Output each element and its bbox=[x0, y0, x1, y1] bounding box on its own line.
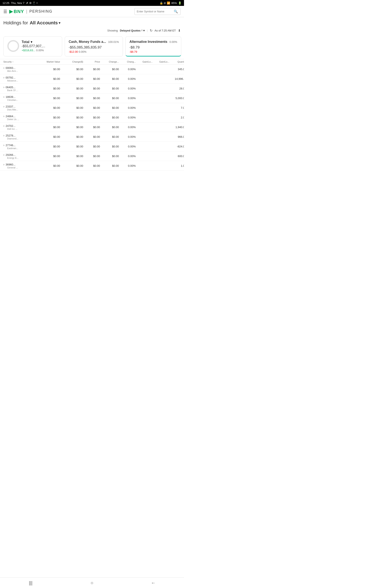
security-code-2: 06405... bbox=[6, 86, 16, 89]
row-expand-icon-8[interactable]: › bbox=[3, 144, 4, 147]
security-cell-1: › 00792... Advance... bbox=[3, 76, 37, 82]
delayed-quotes-text: Delayed Quotes bbox=[120, 29, 140, 32]
table-row[interactable]: › 24664... Delek Us ... $0.00 $0.00 $0.0… bbox=[0, 113, 184, 122]
change-dollar-3: $0.00 bbox=[60, 97, 83, 100]
security-name-7: Diamond... bbox=[3, 137, 37, 140]
security-cell-4: › 23337... Dws Alte... bbox=[3, 105, 37, 111]
change-pct2-0: 0.00% bbox=[119, 68, 136, 71]
th-security[interactable]: Security ↑ bbox=[3, 61, 37, 63]
superscript: † bbox=[141, 29, 143, 32]
change-pct1-8: $0.00 bbox=[100, 145, 119, 148]
row-expand-icon-9[interactable]: › bbox=[3, 153, 4, 156]
change-pct2-1: 0.00% bbox=[119, 77, 136, 81]
quantity-2: 28.00 bbox=[169, 87, 184, 90]
security-name-6: Dell Inc ... bbox=[3, 128, 37, 130]
table-row[interactable]: › 36960... General ... $0.00 $0.00 $0.00… bbox=[0, 161, 184, 171]
cash-card-title: Cash, Money Funds a... bbox=[69, 40, 106, 44]
table-row[interactable]: › 18639... Clevelan... $0.00 $0.00 $0.00… bbox=[0, 93, 184, 103]
table-row[interactable]: › 00792... Advance... $0.00 $0.00 $0.00 … bbox=[0, 74, 184, 84]
price-6: $0.00 bbox=[83, 126, 100, 129]
search-box[interactable]: 🔍 bbox=[134, 8, 181, 15]
change-dollar-8: $0.00 bbox=[60, 145, 83, 148]
row-expand-icon-2[interactable]: › bbox=[3, 85, 4, 89]
row-expand-icon-3[interactable]: › bbox=[3, 95, 4, 99]
quantity-9: 600.00 bbox=[169, 154, 184, 158]
th-price: Price bbox=[83, 61, 100, 63]
th-gain-loss2: Gain/Lo... bbox=[153, 61, 169, 63]
row-expand-icon-0[interactable]: › bbox=[3, 66, 4, 70]
market-value-8: $0.00 bbox=[37, 145, 60, 148]
security-cell-3: › 18639... Clevelan... bbox=[3, 95, 37, 101]
th-change-pct2: Chang... bbox=[119, 61, 136, 63]
change-pct1-7: $0.00 bbox=[100, 135, 119, 138]
logo-arrow: ▶ bbox=[9, 9, 13, 14]
total-card-title: Total bbox=[22, 40, 29, 44]
price-5: $0.00 bbox=[83, 116, 100, 119]
table-row[interactable]: › 27746... Eastman... $0.00 $0.00 $0.00 … bbox=[0, 142, 184, 151]
table-header: Security ↑ Market Value Change($) Price … bbox=[0, 59, 184, 64]
hamburger-menu[interactable]: ☰ bbox=[3, 9, 7, 14]
market-value-7: $0.00 bbox=[37, 135, 60, 138]
row-expand-icon-1[interactable]: › bbox=[3, 76, 4, 79]
table-row[interactable]: › 00093... Abn Amr... $0.00 $0.00 $0.00 … bbox=[0, 64, 184, 74]
table-body: › 00093... Abn Amr... $0.00 $0.00 $0.00 … bbox=[0, 64, 184, 171]
security-cell-2: › 06405... Bank Of ... bbox=[3, 85, 37, 91]
security-code-7: 25278... bbox=[6, 134, 16, 137]
market-value-1: $0.00 bbox=[37, 77, 60, 81]
security-cell-6: › 24702... Dell Inc ... bbox=[3, 124, 37, 130]
table-row[interactable]: › 29266... Energy E... $0.00 $0.00 $0.00… bbox=[0, 151, 184, 161]
refresh-icon[interactable]: ↻ bbox=[150, 28, 153, 33]
table-row[interactable]: › 06405... Bank Of ... $0.00 $0.00 $0.00… bbox=[0, 84, 184, 93]
change-pct2-9: 0.00% bbox=[119, 154, 136, 158]
change-pct2-10: 0.00% bbox=[119, 164, 136, 167]
change-dollar-7: $0.00 bbox=[60, 135, 83, 138]
cash-card-percent: 100.01% bbox=[108, 40, 119, 44]
alt-investments-card: Alternative Investments 0.00% -$8.79 -$8… bbox=[125, 36, 181, 56]
row-expand-icon-7[interactable]: › bbox=[3, 134, 4, 137]
row-expand-icon-4[interactable]: › bbox=[3, 105, 4, 108]
change-pct1-6: $0.00 bbox=[100, 126, 119, 129]
change-pct2-8: 0.00% bbox=[119, 145, 136, 148]
change-pct1-3: $0.00 bbox=[100, 97, 119, 100]
status-icons: ✗ ⚙ 📱 • bbox=[26, 1, 37, 5]
total-dropdown-icon[interactable]: ▾ bbox=[31, 40, 32, 44]
row-expand-icon-10[interactable]: › bbox=[3, 163, 4, 166]
status-date: Thu, Nov 7 bbox=[11, 1, 25, 5]
separator: | bbox=[147, 29, 147, 32]
table-row[interactable]: › 23337... Dws Alte... $0.00 $0.00 $0.00… bbox=[0, 103, 184, 113]
total-card: Total ▾ -$55,077,907,... +$316,63... 0.0… bbox=[3, 36, 62, 56]
change-pct1-4: $0.00 bbox=[100, 106, 119, 109]
cash-card-title-row: Cash, Money Funds a... 100.01% bbox=[69, 40, 119, 44]
delayed-quotes-selector[interactable]: Delayed Quotes † ▾ bbox=[120, 29, 145, 32]
market-value-10: $0.00 bbox=[37, 164, 60, 167]
change-pct2-5: 0.00% bbox=[119, 116, 136, 119]
download-icon[interactable]: ⬇ bbox=[178, 28, 181, 33]
logo: ▶ BNY | PERSHING bbox=[9, 9, 53, 14]
table-row[interactable]: › 24702... Dell Inc ... $0.00 $0.00 $0.0… bbox=[0, 122, 184, 132]
security-code-4: 23337... bbox=[6, 105, 16, 108]
row-expand-icon-6[interactable]: › bbox=[3, 124, 4, 127]
change-dollar-6: $0.00 bbox=[60, 126, 83, 129]
account-selector[interactable]: All Accounts ▾ bbox=[30, 20, 61, 26]
security-cell-9: › 29266... Energy E... bbox=[3, 153, 37, 159]
th-change-pct1: Change... bbox=[100, 61, 119, 63]
row-expand-icon-5[interactable]: › bbox=[3, 114, 4, 118]
showing-row: Showing Delayed Quotes † ▾ | ↻ As of 7:2… bbox=[0, 27, 184, 34]
search-input[interactable] bbox=[137, 10, 173, 13]
change-pct2-4: 0.00% bbox=[119, 106, 136, 109]
quantity-3: 5,000.00 bbox=[169, 97, 184, 100]
nav-left: ☰ ▶ BNY | PERSHING bbox=[3, 9, 53, 14]
table-row[interactable]: › 25278... Diamond... $0.00 $0.00 $0.00 … bbox=[0, 132, 184, 142]
quantity-6: 1,940.00 bbox=[169, 126, 184, 129]
change-dollar-4: $0.00 bbox=[60, 106, 83, 109]
alt-card-value: -$8.79 bbox=[129, 45, 177, 50]
cash-card: Cash, Money Funds a... 100.01% -$55,085,… bbox=[65, 36, 123, 56]
market-value-2: $0.00 bbox=[37, 87, 60, 90]
security-name-5: Delek Us ... bbox=[3, 118, 37, 120]
change-dollar-5: $0.00 bbox=[60, 116, 83, 119]
security-name-1: Advance... bbox=[3, 79, 37, 82]
quantity-0: 345.00 bbox=[169, 68, 184, 71]
alt-card-title: Alternative Investments bbox=[129, 40, 167, 44]
security-name-3: Clevelan... bbox=[3, 99, 37, 101]
price-0: $0.00 bbox=[83, 68, 100, 71]
